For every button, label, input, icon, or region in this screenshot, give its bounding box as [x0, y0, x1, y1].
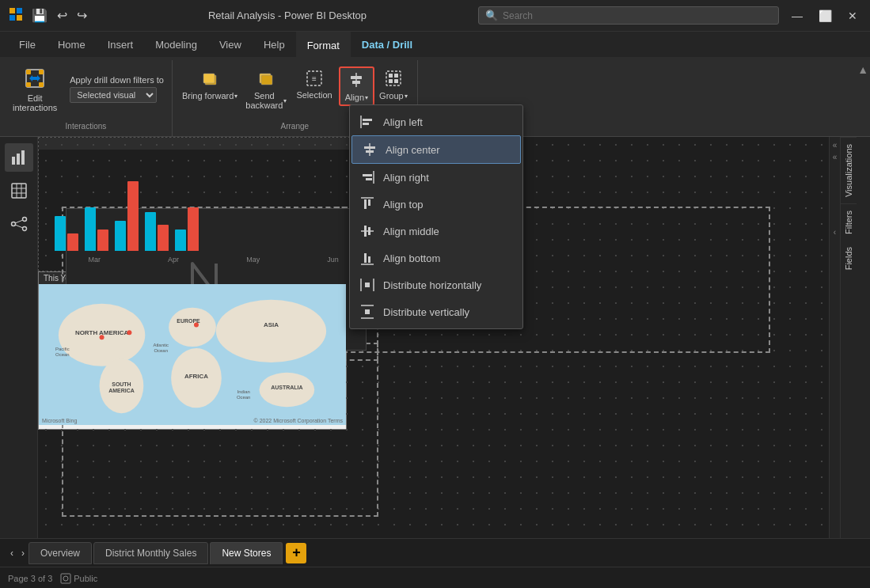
dropdown-item-align-center[interactable]: Align center: [351, 135, 521, 164]
save-button[interactable]: 💾: [28, 6, 51, 25]
tab-nav-next[interactable]: ›: [17, 545, 28, 561]
svg-rect-19: [389, 74, 393, 78]
align-dropdown: Align leftAlign centerAlign rightAlign t…: [349, 104, 523, 329]
dropdown-item-align-middle[interactable]: Align middle: [350, 218, 522, 245]
align-button[interactable]: Align ▾: [339, 66, 374, 106]
svg-text:ASIA: ASIA: [264, 321, 279, 328]
edit-interactions-icon: [22, 66, 47, 91]
svg-rect-5: [26, 70, 31, 74]
svg-rect-12: [261, 75, 272, 85]
undo-button[interactable]: ↩: [54, 6, 70, 25]
svg-point-58: [194, 322, 199, 327]
svg-rect-67: [366, 178, 372, 180]
right-panels: « « ‹ Visualizations Filters Fields: [829, 137, 870, 538]
redo-button[interactable]: ↪: [74, 6, 90, 25]
bring-forward-label-row: Bring forward ▾: [182, 91, 237, 101]
dropdown-item-align-bottom[interactable]: Align bottom: [350, 245, 522, 271]
send-backward-button[interactable]: Sendbackward ▾: [242, 66, 290, 112]
tab-data-drill[interactable]: Data / Drill: [351, 32, 424, 57]
dropdown-item-distribute-horizontally[interactable]: Distribute horizontally: [350, 271, 522, 298]
svg-point-33: [22, 227, 26, 231]
collapse-viz-button[interactable]: «: [832, 152, 838, 162]
sidebar-model-icon[interactable]: [5, 210, 33, 238]
bar-group-Apr: [85, 207, 108, 251]
tab-home[interactable]: Home: [47, 32, 97, 57]
selection-icon: ≡: [305, 69, 324, 88]
svg-text:SOUTH: SOUTH: [112, 381, 131, 387]
search-box[interactable]: 🔍: [478, 6, 779, 25]
dropdown-item-align-right[interactable]: Align right: [350, 164, 522, 191]
maximize-button[interactable]: ⬜: [814, 8, 837, 24]
tab-file[interactable]: File: [8, 32, 47, 57]
group-button[interactable]: Group ▾: [376, 66, 411, 103]
svg-point-84: [63, 576, 68, 581]
bar-group-Jun: [145, 212, 169, 252]
interactions-group: Edit interactions Apply drill down filte…: [0, 60, 173, 136]
svg-text:Indian: Indian: [237, 389, 250, 394]
panel-collapse-buttons: « « ‹: [830, 137, 841, 538]
add-tab-button[interactable]: +: [286, 543, 306, 563]
tab-nav-prev[interactable]: ‹: [6, 545, 17, 561]
svg-point-57: [127, 330, 131, 335]
tab-district-monthly[interactable]: District Monthly Sales: [93, 542, 208, 564]
x-label-Mar: Mar: [89, 256, 101, 264]
svg-rect-26: [12, 184, 26, 198]
tab-modeling[interactable]: Modeling: [144, 32, 208, 57]
align-left-icon: [359, 114, 375, 130]
ribbon-tabs: File Home Insert Modeling View Help Form…: [0, 32, 870, 57]
send-backward-label-row: Sendbackward ▾: [245, 91, 287, 110]
align-top-icon: [359, 196, 375, 212]
x-label-May: May: [246, 256, 260, 264]
svg-text:Ocean: Ocean: [55, 352, 70, 357]
svg-rect-0: [9, 8, 15, 13]
svg-point-31: [11, 222, 15, 226]
x-label-Apr: Apr: [168, 256, 179, 264]
sidebar-chart-icon[interactable]: [5, 143, 33, 172]
tab-overview[interactable]: Overview: [28, 542, 92, 564]
selection-button[interactable]: ≡ Selection: [291, 66, 336, 103]
undo-redo-group: 💾 ↩ ↪: [28, 6, 90, 25]
apply-drill-select[interactable]: Selected visual: [70, 87, 157, 103]
app-title: Retail Analysis - Power BI Desktop: [97, 9, 478, 21]
dropdown-item-distribute-vertically[interactable]: Distribute vertically: [350, 298, 522, 325]
collapse-filter-arrow[interactable]: ‹: [833, 227, 837, 237]
dropdown-label-distribute-horizontally: Distribute horizontally: [383, 279, 481, 291]
bar-group-Mar: [55, 216, 78, 251]
tab-view[interactable]: View: [208, 32, 253, 57]
svg-rect-8: [39, 82, 44, 87]
tab-format[interactable]: Format: [296, 32, 351, 57]
left-sidebar: [0, 137, 38, 538]
tab-new-stores[interactable]: New Stores: [210, 542, 283, 564]
map-attribution: Microsoft Bing: [42, 418, 77, 423]
fields-panel-label[interactable]: Fields: [841, 241, 857, 276]
search-icon: 🔍: [485, 9, 498, 21]
selection-label: Selection: [296, 90, 332, 101]
close-button[interactable]: ✕: [843, 8, 862, 24]
align-right-icon: [359, 169, 375, 185]
map-widget[interactable]: This Year Sales by City and Chain ≡ ⤢ ••…: [38, 271, 347, 430]
ribbon-scroll-up[interactable]: ▲: [857, 63, 868, 76]
svg-rect-76: [368, 256, 370, 263]
distribute-v-icon: [359, 304, 375, 320]
collapse-all-button[interactable]: «: [832, 140, 838, 150]
svg-rect-75: [364, 253, 367, 263]
dropdown-label-align-middle: Align middle: [383, 226, 439, 237]
svg-rect-82: [365, 309, 370, 314]
minimize-button[interactable]: —: [787, 8, 807, 24]
svg-text:Pacific: Pacific: [55, 347, 70, 351]
bring-forward-button[interactable]: Bring forward ▾: [179, 66, 241, 103]
bar-red-Jun: [158, 225, 169, 251]
sidebar-table-icon[interactable]: [5, 176, 33, 205]
dropdown-item-align-top[interactable]: Align top: [350, 191, 522, 218]
edit-interactions-button[interactable]: Edit interactions: [8, 63, 62, 115]
visualizations-panel-label[interactable]: Visualizations: [841, 137, 857, 203]
search-input[interactable]: [503, 10, 772, 21]
svg-rect-69: [364, 199, 367, 209]
dropdown-item-align-left[interactable]: Align left: [350, 108, 522, 135]
filters-panel-label[interactable]: Filters: [841, 203, 857, 241]
svg-text:Ocean: Ocean: [237, 395, 251, 400]
tab-help[interactable]: Help: [253, 32, 296, 57]
tab-insert[interactable]: Insert: [97, 32, 145, 57]
svg-text:≡: ≡: [312, 74, 317, 83]
svg-rect-83: [61, 574, 70, 583]
